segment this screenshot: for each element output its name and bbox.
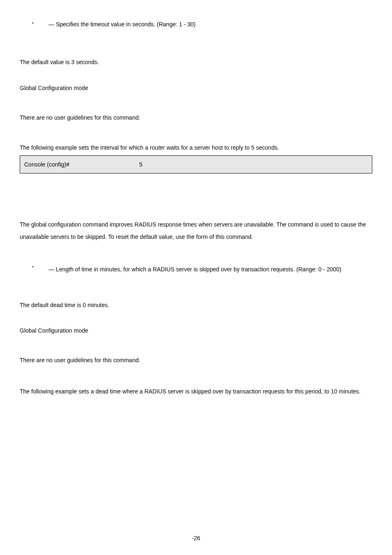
example-intro-1: The following example sets the interval … xyxy=(20,143,372,152)
example-intro-2: The following example sets a dead time w… xyxy=(20,386,372,398)
default-config-2: The default dead time is 0 minutes. xyxy=(20,301,372,310)
user-guidelines-2: There are no user guidelines for this co… xyxy=(20,356,372,365)
code-example-1: Console (config)#5 xyxy=(20,155,372,173)
user-guidelines-1: There are no user guidelines for this co… xyxy=(20,113,372,122)
default-config-1: The default value is 3 seconds. xyxy=(20,58,372,67)
code-prompt: Console (config)# xyxy=(24,161,69,168)
page-number: -26 xyxy=(0,534,392,543)
parameter-list-2: — Length of time in minutes, for which a… xyxy=(20,264,372,275)
desc-part-a: The xyxy=(20,221,31,228)
parameter-text: — Length of time in minutes, for which a… xyxy=(48,264,371,275)
desc-part-b: global configuration command improves RA… xyxy=(20,221,366,240)
desc-part-c: form of this command. xyxy=(196,234,253,240)
code-value: 5 xyxy=(139,161,143,168)
parameter-list-1: — Specifies the timeout value in seconds… xyxy=(20,20,372,29)
parameter-text: — Specifies the timeout value in seconds… xyxy=(48,20,371,29)
command-mode-2: Global Configuration mode xyxy=(20,326,372,335)
parameter-item: — Length of time in minutes, for which a… xyxy=(32,264,372,275)
command-mode-1: Global Configuration mode xyxy=(20,83,372,92)
page-content: — Specifies the timeout value in seconds… xyxy=(20,20,372,398)
command-description-2: The global configuration command improve… xyxy=(20,219,372,243)
parameter-item: — Specifies the timeout value in seconds… xyxy=(32,20,372,29)
